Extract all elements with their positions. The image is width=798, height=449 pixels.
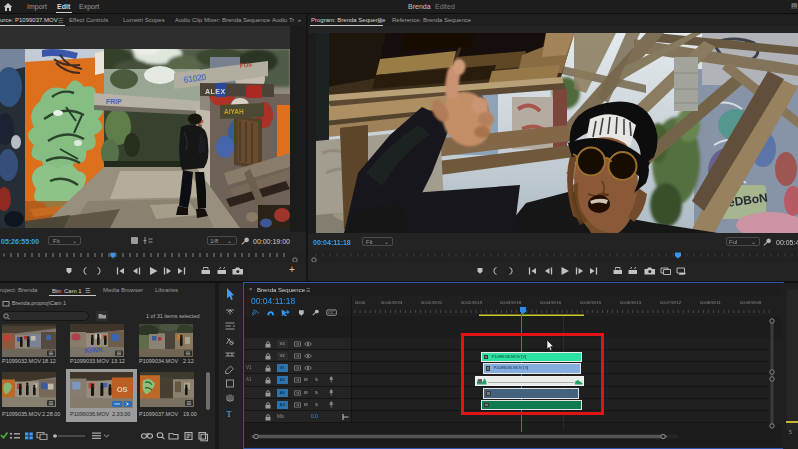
- svg-text:OS: OS: [117, 384, 128, 393]
- svg-text:T: T: [227, 410, 232, 419]
- svg-text:AIYAH: AIYAH: [224, 108, 244, 115]
- svg-text:FRIP: FRIP: [106, 98, 122, 105]
- svg-text:KiWK: KiWK: [85, 346, 104, 354]
- svg-text:ALEX: ALEX: [205, 88, 226, 95]
- svg-text:CC: CC: [328, 310, 334, 315]
